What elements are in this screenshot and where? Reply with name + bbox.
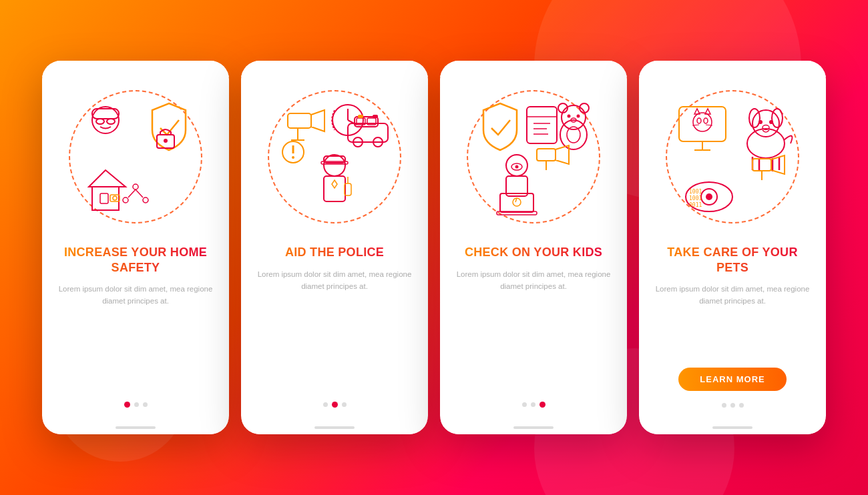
screen-title-3: CHECK ON YOUR KIDS [453,245,614,260]
bottom-bar-3 [440,421,627,434]
svg-point-77 [749,109,760,127]
pagination-3 [453,395,614,413]
svg-point-2 [96,119,104,124]
svg-point-3 [107,119,115,124]
dashed-circle-1 [69,90,202,223]
svg-point-75 [747,129,785,158]
screen-body-4: Lorem ipsum dolor sit dim amet, mea regi… [652,283,813,365]
home-indicator-2 [314,426,355,429]
svg-point-5 [164,139,168,143]
illustration-area-2 [241,77,428,237]
screen-body-1: Lorem ipsum dolor sit dim amet, mea regi… [55,283,216,395]
svg-rect-65 [679,107,726,141]
dashed-circle-4: 1001 1001 0011 [666,90,799,223]
content-area-1: INCREASE YOUR HOME SAFETY Lorem ipsum do… [42,237,229,421]
svg-point-51 [577,115,580,118]
svg-rect-16 [288,113,311,128]
svg-point-25 [292,156,294,159]
dashed-circle-3 [467,90,600,223]
svg-line-15 [136,189,143,197]
home-safety-illustration [72,93,199,220]
illustration-area-3 [440,77,627,237]
svg-point-12 [123,197,128,203]
svg-marker-17 [311,110,324,131]
pagination-4 [652,396,813,413]
dot-active-3[interactable] [539,402,546,408]
status-bar-2 [241,61,428,77]
svg-marker-6 [89,170,126,187]
content-area-4: TAKE CARE OF YOUR PETS Lorem ipsum dolor… [639,237,826,421]
svg-rect-8 [100,193,108,203]
svg-rect-54 [537,149,556,161]
dot-active-2[interactable] [332,402,338,408]
dot-3-4[interactable] [739,403,744,408]
svg-point-72 [704,118,708,123]
bottom-bar-1 [42,421,229,434]
dot-1-2[interactable] [323,402,328,407]
dot-3-1[interactable] [143,402,148,407]
svg-rect-86 [752,159,771,171]
svg-point-11 [133,184,138,189]
bottom-bar-2 [241,421,428,434]
svg-point-50 [568,115,571,118]
screen-home-safety: INCREASE YOUR HOME SAFETY Lorem ipsum do… [42,61,229,434]
status-bar-4 [639,61,826,77]
svg-text:0011: 0011 [689,202,702,208]
content-area-2: AID THE POLICE Lorem ipsum dolor sit dim… [241,237,428,421]
svg-point-80 [769,120,773,124]
bottom-bar-4 [639,421,826,434]
screen-title-2: AID THE POLICE [254,245,415,260]
svg-marker-69 [694,109,700,114]
dot-active-1[interactable] [124,402,130,408]
svg-text:1001: 1001 [689,189,702,195]
pagination-2 [254,395,415,413]
svg-point-10 [113,196,117,200]
status-bar-1 [42,61,229,77]
svg-point-79 [758,120,763,124]
svg-text:1001: 1001 [689,195,702,201]
screen-title-4: TAKE CARE OF YOUR PETS [652,245,813,275]
illustration-area-1 [42,77,229,237]
svg-rect-41 [527,107,557,143]
pagination-1 [55,395,216,413]
kids-illustration [470,93,597,220]
screen-police: AID THE POLICE Lorem ipsum dolor sit dim… [241,61,428,434]
screen-pets: 1001 1001 0011 TAKE CARE OF YOUR PETS Lo… [639,61,826,434]
screen-kids: CHECK ON YOUR KIDS Lorem ipsum dolor sit… [440,61,627,434]
svg-rect-7 [92,187,119,210]
screen-title-1: INCREASE YOUR HOME SAFETY [55,245,216,275]
learn-more-button[interactable]: LEARN MORE [678,368,786,391]
svg-point-91 [706,193,712,200]
home-indicator-3 [513,426,554,429]
pets-illustration: 1001 1001 0011 [669,93,796,220]
dot-1-4[interactable] [722,403,726,408]
content-area-3: CHECK ON YOUR KIDS Lorem ipsum dolor sit… [440,237,627,421]
status-bar-3 [440,61,627,77]
svg-point-68 [693,113,712,131]
svg-marker-38 [332,180,337,188]
svg-point-47 [562,105,586,129]
svg-rect-62 [497,211,537,215]
dot-1-3[interactable] [522,402,527,407]
dot-2-4[interactable] [730,403,735,408]
svg-point-76 [752,110,779,137]
svg-point-59 [515,165,519,169]
screen-body-3: Lorem ipsum dolor sit dim amet, mea regi… [453,268,614,396]
dot-2-3[interactable] [531,402,535,407]
home-indicator-4 [712,426,752,429]
screen-body-2: Lorem ipsum dolor sit dim amet, mea regi… [254,268,415,396]
screens-container: INCREASE YOUR HOME SAFETY Lorem ipsum do… [22,41,846,454]
svg-rect-33 [373,115,378,118]
home-indicator-1 [116,426,156,429]
svg-point-78 [772,109,783,127]
illustration-area-4: 1001 1001 0011 [639,77,826,237]
dashed-circle-2 [268,90,401,223]
svg-point-34 [324,155,345,176]
dot-3-2[interactable] [342,402,347,407]
svg-point-71 [697,118,701,123]
svg-marker-70 [705,109,710,114]
police-illustration [271,93,398,220]
dot-2-1[interactable] [134,402,139,407]
svg-rect-32 [358,115,363,118]
svg-line-14 [128,189,136,197]
